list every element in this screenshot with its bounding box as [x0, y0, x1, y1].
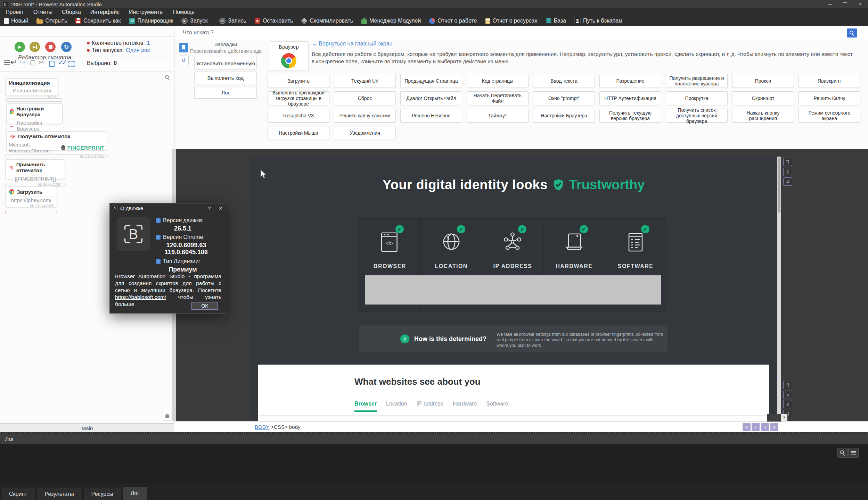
- preview-scrollbar[interactable]: [777, 157, 781, 421]
- action-button-resolution[interactable]: Разрешение: [599, 74, 661, 88]
- redo-icon[interactable]: ↪: [19, 58, 26, 66]
- stop-button[interactable]: ✕Остановить: [255, 18, 293, 24]
- action-button-screenshot[interactable]: Скриншот: [732, 91, 794, 105]
- action-button-mouse-settings[interactable]: Настройки Мыши: [268, 126, 329, 140]
- action-button-load[interactable]: Загрузить: [268, 74, 329, 88]
- compile-button[interactable]: Скомпилировать: [301, 18, 353, 24]
- action-button-get-browser-version[interactable]: Получить текущую версию браузера: [599, 109, 661, 123]
- open-button[interactable]: Открыть: [36, 18, 67, 24]
- nav-prev-button[interactable]: ‹: [752, 423, 760, 431]
- history-button[interactable]: ↺: [179, 56, 189, 65]
- search-button[interactable]: [847, 28, 857, 38]
- resources-report-button[interactable]: Отчет о ресурсах: [485, 18, 538, 24]
- action-button-current-url[interactable]: Текущий Url: [334, 74, 396, 88]
- tab-location[interactable]: Location: [386, 401, 407, 407]
- action-button-http-auth[interactable]: HTTP Аутентификация: [599, 91, 661, 105]
- tab-software[interactable]: Software: [486, 401, 508, 407]
- block-connector[interactable]: [5, 98, 63, 102]
- log-menu-button[interactable]: [848, 448, 859, 458]
- action-button-prompt-window[interactable]: Окно "prompt": [533, 91, 595, 105]
- action-button-drag-file[interactable]: Начать Перетягивать Файл: [467, 91, 529, 105]
- modules-button[interactable]: Менеджер Модулей: [361, 18, 421, 24]
- zoom-dropdown[interactable]: [767, 414, 781, 422]
- check-all-icon[interactable]: ✓✓: [58, 58, 65, 67]
- action-button-scroll[interactable]: Прокрутка: [666, 91, 728, 105]
- set-variable-button[interactable]: Установить переменную: [194, 57, 257, 69]
- cut-icon[interactable]: ✂: [38, 58, 44, 67]
- search-script-button[interactable]: [163, 73, 172, 82]
- action-button-recaptcha-v3[interactable]: Recaptcha V3: [268, 109, 329, 123]
- bablosoft-link[interactable]: https://bablosoft.com/: [115, 294, 166, 300]
- bookmarks-button[interactable]: [179, 43, 188, 52]
- nav-last-button[interactable]: »: [770, 423, 778, 431]
- zoom-dropdown-caret[interactable]: ▼: [781, 414, 787, 421]
- block-load-url[interactable]: Загрузить https://iphey.com/ Id: 2704423…: [6, 187, 57, 207]
- menu-project[interactable]: Проект: [6, 9, 24, 15]
- block-connector[interactable]: [5, 155, 108, 158]
- ok-button[interactable]: OK: [191, 302, 218, 310]
- render-expand-down-button[interactable]: ⇊: [783, 177, 792, 186]
- database-button[interactable]: База: [546, 18, 566, 24]
- action-button-list-browser-versions[interactable]: Получить список доступных версий браузер…: [666, 109, 728, 123]
- close-button[interactable]: ✕: [853, 0, 868, 8]
- browser-preview[interactable]: Your digital identity looks Trustworthy …: [250, 157, 781, 421]
- scroll-up-button[interactable]: ∧: [783, 391, 792, 399]
- paste-icon[interactable]: ▢: [30, 58, 36, 66]
- menu-reports[interactable]: Отчеты: [33, 9, 52, 15]
- action-button-notifications[interactable]: Уведомления: [334, 126, 396, 140]
- nav-next-button[interactable]: ›: [761, 423, 769, 431]
- tab-resources[interactable]: Ресурсы: [83, 488, 121, 500]
- menu-tools[interactable]: Инструменты: [129, 9, 164, 15]
- lock-button[interactable]: [162, 411, 172, 420]
- menu-help[interactable]: Помощь: [173, 9, 195, 15]
- scheduler-button[interactable]: 12Планировщик: [129, 18, 173, 24]
- action-button-solved-wrong[interactable]: Решено Неверно: [400, 109, 462, 123]
- action-button-page-code[interactable]: Код страницы: [467, 74, 529, 88]
- record-button[interactable]: Запись: [219, 18, 246, 24]
- tab-script[interactable]: Скрипт: [1, 488, 35, 500]
- restart-button[interactable]: ↻: [61, 42, 72, 52]
- hamburger-menu-icon[interactable]: [4, 56, 10, 62]
- minimize-button[interactable]: [822, 0, 837, 8]
- tab-log[interactable]: Лог: [123, 486, 147, 500]
- block-connector-active[interactable]: [5, 211, 57, 214]
- action-button-solve-captcha[interactable]: Решить Капчу: [799, 91, 860, 105]
- stop-script-button[interactable]: [45, 42, 56, 52]
- block-connector[interactable]: [5, 183, 66, 186]
- action-button-previous-page[interactable]: Предыдущая Страница: [400, 74, 462, 88]
- scroll-top-button[interactable]: ⇈: [783, 381, 792, 389]
- tab-results[interactable]: Результаты: [36, 488, 82, 500]
- render-expand-up-button[interactable]: ⇈: [783, 158, 792, 166]
- run-button[interactable]: ▶Запуск: [181, 18, 207, 24]
- action-button-open-file-dialog[interactable]: Диалог Открыть Файл: [400, 91, 462, 105]
- tab-ip-address[interactable]: IP-address: [417, 401, 443, 407]
- execute-code-button[interactable]: Выполнить код: [194, 72, 257, 84]
- backup-path-button[interactable]: Путь к бэкапам: [574, 18, 622, 24]
- log-action-button[interactable]: Лог: [194, 86, 257, 99]
- block-apply-fingerprint[interactable]: Применить отпечаток [[FINGERPRINT]] Id: …: [6, 159, 65, 179]
- menu-interface[interactable]: Интерфейс: [90, 9, 120, 15]
- action-button-solve-captcha-clicks[interactable]: Решить капчу кликами: [334, 109, 396, 123]
- action-button-browser-settings[interactable]: Настройки Браузера: [533, 109, 595, 123]
- main-script-tab[interactable]: Main: [0, 423, 174, 433]
- run-type-value[interactable]: Один раз: [126, 47, 150, 53]
- menu-build[interactable]: Сборка: [62, 9, 81, 15]
- tab-browser[interactable]: Browser: [354, 401, 377, 407]
- action-button-reset[interactable]: Сброс: [334, 91, 396, 105]
- render-resize-button[interactable]: ⇕: [783, 168, 792, 176]
- action-button-extension-button[interactable]: Нажать кнопку расширения: [732, 109, 794, 123]
- dialog-title-bar[interactable]: B О движке ? ✕: [110, 203, 226, 213]
- block-get-fingerprint[interactable]: Получить отпечаток Microsoft Windows,Chr…: [6, 131, 107, 150]
- select-area-icon[interactable]: [68, 61, 75, 68]
- block-initialization[interactable]: Инициализация Инициализация Id: 0: [6, 78, 58, 96]
- log-panel-content[interactable]: [0, 444, 868, 483]
- log-search-button[interactable]: [837, 448, 848, 458]
- tab-hardware[interactable]: Hardware: [453, 401, 477, 407]
- save-as-button[interactable]: Сохранить как: [75, 18, 121, 24]
- new-button[interactable]: Новый: [4, 18, 28, 24]
- maximize-button[interactable]: [837, 0, 853, 8]
- action-button-type-text[interactable]: Ввод текста: [533, 74, 595, 88]
- action-button-touch-mode[interactable]: Режим сенсорного экрана: [799, 109, 860, 123]
- scrollbar-thumb[interactable]: [778, 158, 780, 212]
- action-button-proxy[interactable]: Прокси: [732, 74, 794, 88]
